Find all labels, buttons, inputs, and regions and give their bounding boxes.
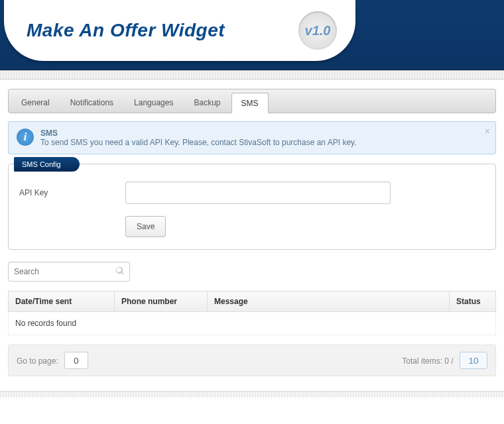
version-badge: v1.0 [298,11,337,50]
pager: Go to page: Total items: 0 / [8,344,496,376]
save-button[interactable]: Save [125,216,166,237]
info-banner: i × SMS To send SMS you need a valid API… [8,121,496,154]
divider-stripe [0,70,504,80]
settings-tabs: General Notifications Languages Backup S… [8,89,496,113]
pager-right: Total items: 0 / [402,352,487,369]
per-page-input[interactable] [460,352,487,369]
total-items-label: Total items: 0 / [402,356,453,366]
col-message[interactable]: Message [208,292,450,312]
table-row-empty: No records found [9,312,496,335]
sms-log-table: Date/Time sent Phone number Message Stat… [8,291,496,335]
goto-page-label: Go to page: [17,356,58,366]
tab-backup[interactable]: Backup [184,92,230,113]
goto-page-input[interactable] [64,352,88,369]
api-key-label: API Key [19,188,112,197]
tab-languages[interactable]: Languages [124,92,183,113]
footer-stripe [0,391,504,398]
col-phone[interactable]: Phone number [115,292,208,312]
search-input[interactable] [8,262,130,282]
col-datetime[interactable]: Date/Time sent [9,292,115,312]
pager-left: Go to page: [17,352,88,369]
sms-config-fieldset: SMS Config API Key Save [8,164,496,250]
header-pill: Make An Offer Widget v1.0 [4,0,355,61]
col-status[interactable]: Status [450,292,496,312]
info-body: To send SMS you need a valid API Key. Pl… [40,138,477,147]
tab-sms[interactable]: SMS [231,93,269,113]
info-icon: i [17,129,34,146]
tab-notifications[interactable]: Notifications [60,92,123,113]
search-wrap [8,262,130,282]
empty-cell: No records found [9,312,496,335]
fieldset-legend: SMS Config [14,157,80,172]
app-header: Make An Offer Widget v1.0 [0,0,504,70]
tab-general[interactable]: General [11,92,60,113]
info-title: SMS [40,129,477,138]
api-key-input[interactable] [125,182,391,204]
close-icon[interactable]: × [485,126,490,136]
app-title: Make An Offer Widget [27,20,225,41]
search-icon[interactable] [115,266,125,278]
